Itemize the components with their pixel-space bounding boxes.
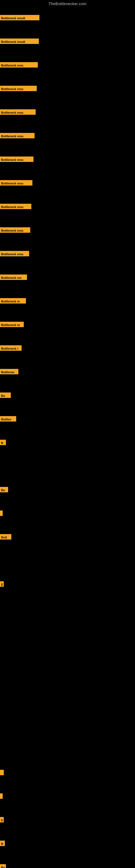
bar-row: B xyxy=(0,841,5,846)
bottleneck-result-label: Bottlenec xyxy=(0,369,18,374)
bottleneck-result-label: Bottleneck result xyxy=(0,15,39,20)
bar-row: Bottleneck resu xyxy=(0,204,31,209)
bottleneck-result-label: Bottleneck resu xyxy=(0,109,36,115)
bottleneck-result-label: Bottleneck resu xyxy=(0,204,31,209)
bottleneck-result-label: Bottleneck resu xyxy=(0,133,35,138)
bar-row: Bottleneck r xyxy=(0,345,21,351)
bottleneck-result-label: Bottleneck resu xyxy=(0,86,37,91)
bottleneck-result-label: Bottleneck resu xyxy=(0,227,30,233)
bar-row: Bottleneck resu xyxy=(0,156,34,162)
bar-row: B xyxy=(0,440,6,445)
bottleneck-result-label: Bo xyxy=(0,393,11,398)
bottleneck-result-label: Bottleneck res xyxy=(0,275,27,280)
bar-row: Bottleneck re xyxy=(0,322,24,327)
bar-row xyxy=(0,770,4,775)
bottleneck-result-label: E xyxy=(0,581,4,587)
bar-row: Bottleneck resu xyxy=(0,251,29,256)
bar-row: Bottleneck resu xyxy=(0,109,36,115)
bar-row: Bottleneck result xyxy=(0,38,39,44)
bar-row: Bottleneck result xyxy=(0,15,39,20)
bottleneck-result-label xyxy=(0,770,4,775)
bar-row: Bottleneck resu xyxy=(0,62,38,67)
bottleneck-result-label xyxy=(0,794,3,799)
bar-row xyxy=(0,510,3,516)
bottleneck-result-label: Bottleneck re xyxy=(0,298,26,304)
bottleneck-result-label: Bottleneck resu xyxy=(0,251,29,256)
bottleneck-result-label: Bottleneck re xyxy=(0,322,24,327)
bar-row: Bottleneck resu xyxy=(0,133,35,138)
bar-row: Bottlenec xyxy=(0,369,18,374)
bar-row xyxy=(0,794,3,799)
bar-row: Bottleneck res xyxy=(0,275,27,280)
bar-row: Bottleneck resu xyxy=(0,86,37,91)
bottleneck-result-label: Bottleneck result xyxy=(0,38,39,44)
bottleneck-result-label: Bottleneck resu xyxy=(0,156,34,162)
bar-row: E xyxy=(0,817,4,823)
bottleneck-result-label xyxy=(0,510,3,516)
bar-row: Bott xyxy=(0,534,11,539)
bar-row: Bottleneck resu xyxy=(0,227,30,233)
bar-row: Bo xyxy=(0,864,6,868)
bottleneck-result-label: Bo xyxy=(0,487,8,492)
bar-row: E xyxy=(0,581,4,587)
bottleneck-result-label: Bottleneck r xyxy=(0,345,21,351)
bar-row: Bo xyxy=(0,393,11,398)
bottleneck-result-label: Bottleneck resu xyxy=(0,180,32,186)
bar-row: Bottlen xyxy=(0,416,16,422)
bottleneck-result-label: E xyxy=(0,817,4,823)
bar-row: Bo xyxy=(0,487,8,492)
bottleneck-result-label: B xyxy=(0,440,6,445)
bar-row: Bottleneck re xyxy=(0,298,26,304)
bottleneck-result-label: Bott xyxy=(0,534,11,539)
bottleneck-result-label: Bottlen xyxy=(0,416,16,422)
site-title: TheBottlenecker.com xyxy=(0,0,135,8)
bottleneck-result-label: Bo xyxy=(0,864,6,868)
bar-row: Bottleneck resu xyxy=(0,180,32,186)
bottleneck-result-label: Bottleneck resu xyxy=(0,62,38,67)
bottleneck-result-label: B xyxy=(0,841,5,846)
